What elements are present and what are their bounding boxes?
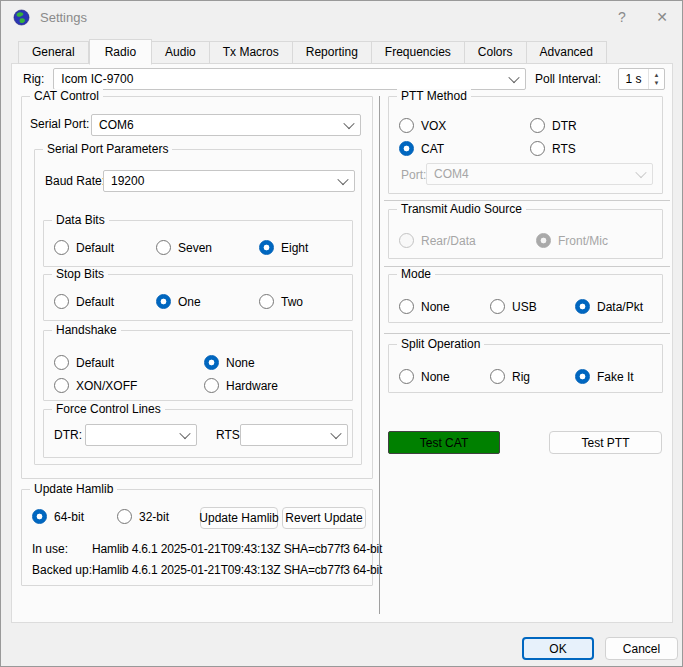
tab-frequencies[interactable]: Frequencies (372, 41, 465, 64)
radio-stop-bits-default[interactable]: Default (54, 294, 114, 309)
radio-label: Seven (178, 241, 212, 255)
handshake-title: Handshake (52, 323, 121, 337)
radio-label: DTR (552, 119, 577, 133)
split-operation-title: Split Operation (397, 337, 484, 351)
radio-icon (156, 294, 171, 309)
radio-ptt-vox[interactable]: VOX (399, 118, 446, 133)
radio-label: 64-bit (54, 510, 84, 524)
test-ptt-button[interactable]: Test PTT (549, 431, 662, 454)
radio-split-none[interactable]: None (399, 369, 450, 384)
force-control-lines-title: Force Control Lines (52, 402, 165, 416)
radio-data-bits-eight[interactable]: Eight (259, 240, 308, 255)
cancel-button[interactable]: Cancel (605, 637, 678, 660)
radio-mode-usb[interactable]: USB (490, 299, 537, 314)
radio-label: One (178, 295, 201, 309)
ok-button[interactable]: OK (522, 637, 594, 660)
transmit-audio-source-group: Transmit Audio Source Rear/Data Front/Mi… (388, 209, 663, 259)
radio-handshake-xonxoff[interactable]: XON/XOFF (54, 378, 137, 393)
radio-icon (530, 118, 545, 133)
radio-icon (530, 141, 545, 156)
radio-icon (204, 355, 219, 370)
cat-control-title: CAT Control (30, 89, 103, 103)
tab-radio[interactable]: Radio (89, 39, 152, 65)
radio-mode-none[interactable]: None (399, 299, 450, 314)
ptt-port-label: Port: (401, 168, 426, 182)
dtr-select[interactable] (85, 424, 197, 446)
revert-update-button[interactable]: Revert Update (282, 507, 366, 529)
tab-audio[interactable]: Audio (152, 41, 210, 64)
radio-stop-bits-one[interactable]: One (156, 294, 201, 309)
radio-icon (575, 369, 590, 384)
radio-icon (536, 233, 551, 248)
radio-data-bits-seven[interactable]: Seven (156, 240, 212, 255)
radio-label: Default (76, 241, 114, 255)
ptt-port-select: COM4 (426, 163, 653, 185)
radio-icon (259, 240, 274, 255)
chevron-down-icon (179, 428, 190, 439)
tab-colors[interactable]: Colors (465, 41, 527, 64)
radio-ptt-dtr[interactable]: DTR (530, 118, 577, 133)
radio-stop-bits-two[interactable]: Two (259, 294, 303, 309)
radio-icon (204, 378, 219, 393)
rts-select[interactable] (240, 424, 348, 446)
spin-arrows: ▲ ▼ (648, 69, 664, 89)
radio-icon (259, 294, 274, 309)
radio-label: Front/Mic (558, 234, 608, 248)
update-hamlib-button[interactable]: Update Hamlib (200, 507, 278, 529)
baud-rate-label: Baud Rate: (45, 174, 105, 188)
radio-front-mic: Front/Mic (536, 233, 608, 248)
tab-general[interactable]: General (18, 41, 89, 64)
tab-strip: General Radio Audio Tx Macros Reporting … (18, 40, 607, 64)
radio-ptt-cat[interactable]: CAT (399, 141, 444, 156)
radio-handshake-none[interactable]: None (204, 355, 255, 370)
update-hamlib-title: Update Hamlib (30, 482, 117, 496)
cat-control-group: CAT Control Serial Port: COM6 Serial Por… (21, 96, 373, 479)
backed-up-value: Hamlib 4.6.1 2025-01-21T09:43:13Z SHA=cb… (92, 563, 382, 577)
radio-label: None (421, 300, 450, 314)
tab-tx-macros[interactable]: Tx Macros (210, 41, 293, 64)
radio-ptt-rts[interactable]: RTS (530, 141, 576, 156)
close-button[interactable]: ✕ (642, 2, 682, 32)
radio-label: XON/XOFF (76, 379, 137, 393)
radio-handshake-default[interactable]: Default (54, 355, 114, 370)
baud-rate-value: 19200 (111, 174, 339, 188)
radio-label: None (226, 356, 255, 370)
baud-rate-select[interactable]: 19200 (103, 170, 355, 192)
data-bits-title: Data Bits (52, 213, 109, 227)
spin-down-icon[interactable]: ▼ (649, 79, 664, 87)
poll-interval-spinbox[interactable]: 1 s ▲ ▼ (618, 68, 665, 90)
data-bits-group: Data Bits Default Seven Eight (43, 220, 353, 267)
radio-32-bit[interactable]: 32-bit (117, 509, 169, 524)
backed-up-label: Backed up: (32, 563, 92, 577)
radio-tab-page: Rig: Icom IC-9700 Poll Interval: 1 s ▲ ▼… (11, 63, 673, 623)
radio-icon (399, 369, 414, 384)
chevron-down-icon (508, 72, 519, 83)
rig-select[interactable]: Icom IC-9700 (53, 68, 526, 90)
settings-dialog: Settings ? ✕ General Radio Audio Tx Macr… (0, 0, 683, 667)
test-cat-button[interactable]: Test CAT (388, 431, 500, 454)
radio-64-bit[interactable]: 64-bit (32, 509, 84, 524)
tab-advanced[interactable]: Advanced (527, 41, 607, 64)
radio-split-rig[interactable]: Rig (490, 369, 530, 384)
dtr-label: DTR: (54, 428, 82, 442)
radio-mode-data-pkt[interactable]: Data/Pkt (575, 299, 643, 314)
radio-label: Default (76, 356, 114, 370)
right-separator-1 (384, 200, 670, 201)
radio-label: USB (512, 300, 537, 314)
radio-split-fake-it[interactable]: Fake It (575, 369, 634, 384)
in-use-label: In use: (32, 542, 68, 556)
poll-interval-label: Poll Interval: (535, 72, 601, 86)
serial-port-select[interactable]: COM6 (91, 114, 361, 136)
radio-handshake-hardware[interactable]: Hardware (204, 378, 278, 393)
handshake-group: Handshake Default None XON/XOFF (43, 330, 353, 401)
title-bar[interactable]: Settings ? ✕ (1, 1, 682, 33)
radio-label: Hardware (226, 379, 278, 393)
help-button[interactable]: ? (602, 2, 642, 32)
radio-data-bits-default[interactable]: Default (54, 240, 114, 255)
serial-port-value: COM6 (99, 118, 345, 132)
spin-up-icon[interactable]: ▲ (649, 71, 664, 79)
radio-icon (490, 369, 505, 384)
window-title: Settings (40, 10, 87, 25)
radio-label: VOX (421, 119, 446, 133)
tab-reporting[interactable]: Reporting (293, 41, 372, 64)
